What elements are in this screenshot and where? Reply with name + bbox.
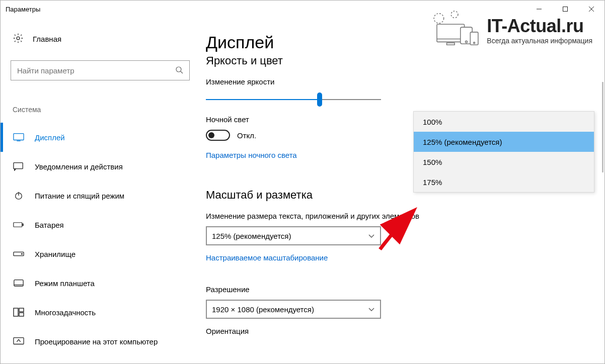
section-brightness-title: Яркость и цвет bbox=[206, 54, 594, 67]
scale-dropdown-panel: 100% 125% (рекомендуется) 150% 175% bbox=[413, 111, 594, 193]
sidebar-category-header: Система bbox=[10, 106, 193, 114]
svg-point-5 bbox=[176, 67, 181, 72]
chevron-down-icon bbox=[368, 232, 375, 240]
search-input[interactable] bbox=[11, 60, 190, 80]
power-icon bbox=[13, 191, 25, 200]
svg-rect-13 bbox=[23, 224, 24, 225]
dropdown-option-175[interactable]: 175% bbox=[414, 172, 594, 192]
scale-combobox-value: 125% (рекомендуется) bbox=[212, 232, 291, 240]
sidebar-item-tablet[interactable]: Режим планшета bbox=[10, 268, 193, 298]
sidebar-item-multitask[interactable]: Многозадачность bbox=[10, 298, 193, 327]
resolution-combobox[interactable]: 1920 × 1080 (рекомендуется) bbox=[206, 300, 381, 319]
window-title: Параметры bbox=[6, 6, 40, 13]
night-light-state: Откл. bbox=[237, 131, 256, 140]
close-button[interactable] bbox=[578, 1, 604, 18]
brightness-label: Изменение яркости bbox=[206, 77, 594, 86]
search-field[interactable] bbox=[17, 66, 175, 75]
night-light-toggle[interactable] bbox=[206, 130, 230, 141]
sidebar-item-label: Многозадачность bbox=[35, 308, 96, 317]
dropdown-option-150[interactable]: 150% bbox=[414, 152, 594, 172]
home-label: Главная bbox=[33, 35, 61, 43]
resolution-label: Разрешение bbox=[206, 285, 594, 294]
maximize-button[interactable] bbox=[552, 1, 578, 18]
svg-rect-9 bbox=[14, 163, 23, 169]
scale-combobox[interactable]: 125% (рекомендуется) bbox=[206, 226, 381, 245]
custom-scaling-link[interactable]: Настраиваемое масштабирование bbox=[206, 253, 328, 262]
sidebar-item-label: Дисплей bbox=[35, 133, 65, 142]
sidebar-item-label: Проецирование на этот компьютер bbox=[35, 337, 158, 346]
page-title: Дисплей bbox=[206, 33, 594, 52]
sidebar-item-label: Питание и спящий режим bbox=[35, 192, 124, 200]
svg-point-4 bbox=[17, 37, 20, 40]
monitor-icon bbox=[13, 133, 25, 142]
sidebar-item-battery[interactable]: Батарея bbox=[10, 210, 193, 239]
svg-rect-20 bbox=[19, 313, 24, 316]
chevron-down-icon bbox=[368, 305, 375, 314]
sidebar-item-label: Режим планшета bbox=[35, 279, 95, 288]
sidebar-item-display[interactable]: Дисплей bbox=[10, 123, 193, 152]
sidebar-item-power[interactable]: Питание и спящий режим bbox=[10, 181, 193, 210]
svg-rect-12 bbox=[14, 223, 22, 227]
svg-rect-21 bbox=[14, 338, 24, 344]
sidebar-item-notifications[interactable]: Уведомления и действия bbox=[10, 152, 193, 181]
minimize-button[interactable] bbox=[526, 1, 552, 18]
sidebar: Главная Система Дисплей Уведомления и де… bbox=[1, 18, 202, 363]
content-area: Дисплей Яркость и цвет Изменение яркости… bbox=[202, 18, 604, 363]
svg-rect-7 bbox=[14, 134, 24, 140]
orientation-label: Ориентация bbox=[206, 327, 594, 335]
slider-thumb[interactable] bbox=[317, 93, 322, 107]
title-bar: Параметры bbox=[1, 1, 604, 18]
gear-icon bbox=[13, 33, 24, 45]
storage-icon bbox=[13, 249, 25, 258]
resolution-combobox-value: 1920 × 1080 (рекомендуется) bbox=[212, 305, 314, 314]
svg-rect-19 bbox=[19, 308, 24, 312]
chat-icon bbox=[13, 162, 25, 171]
sidebar-item-projecting[interactable]: Проецирование на этот компьютер bbox=[10, 327, 193, 356]
sidebar-item-label: Батарея bbox=[35, 221, 64, 229]
night-light-settings-link[interactable]: Параметры ночного света bbox=[206, 151, 297, 159]
search-icon bbox=[175, 66, 183, 75]
dropdown-option-100[interactable]: 100% bbox=[414, 112, 594, 132]
tablet-icon bbox=[13, 279, 25, 288]
brightness-slider[interactable] bbox=[206, 92, 381, 107]
svg-line-6 bbox=[181, 71, 183, 73]
scale-label: Изменение размера текста, приложений и д… bbox=[206, 212, 594, 220]
svg-rect-1 bbox=[563, 7, 568, 12]
svg-rect-16 bbox=[14, 280, 23, 287]
svg-rect-18 bbox=[14, 308, 18, 316]
svg-point-15 bbox=[22, 253, 23, 254]
sidebar-item-label: Уведомления и действия bbox=[35, 162, 123, 171]
dropdown-option-125[interactable]: 125% (рекомендуется) bbox=[414, 132, 594, 152]
projecting-icon bbox=[13, 337, 25, 346]
multitask-icon bbox=[13, 308, 25, 317]
battery-icon bbox=[13, 220, 25, 229]
sidebar-item-label: Хранилище bbox=[35, 250, 75, 258]
scrollbar[interactable] bbox=[602, 82, 603, 172]
sidebar-item-storage[interactable]: Хранилище bbox=[10, 239, 193, 268]
home-button[interactable]: Главная bbox=[10, 33, 193, 45]
